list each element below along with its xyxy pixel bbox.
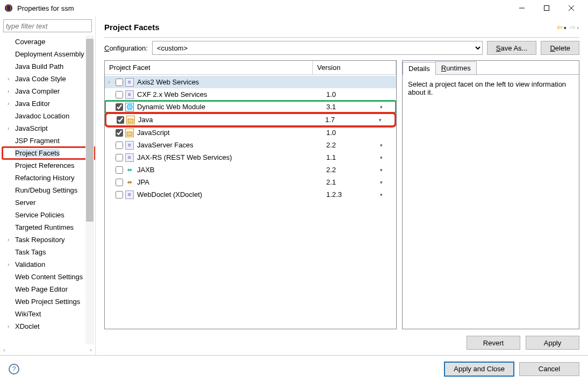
close-button[interactable] <box>559 0 584 16</box>
facet-checkbox[interactable] <box>116 191 123 199</box>
facet-row-jax-rs-rest-web-services-[interactable]: ≡JAX-RS (REST Web Services)1.1▾ <box>105 151 396 164</box>
facet-row-jaxb[interactable]: ⇔JAXB2.2▾ <box>105 164 396 176</box>
delete-button[interactable]: Delete <box>541 41 579 55</box>
doc-icon: ≡ <box>125 78 134 87</box>
sidebar-item-javadoc-location[interactable]: Javadoc Location <box>2 110 95 122</box>
sidebar-item-label: Java Build Path <box>15 62 63 70</box>
facet-version: 1.0 <box>326 129 380 137</box>
save-as-button[interactable]: Save As... <box>487 41 537 55</box>
cancel-button[interactable]: Cancel <box>519 362 579 376</box>
facet-row-javaserver-faces[interactable]: ≡JavaServer Faces2.2▾ <box>105 139 396 151</box>
web-icon: 🌐 <box>125 103 134 111</box>
configuration-select[interactable]: <custom> <box>152 41 483 55</box>
sidebar-item-web-content-settings[interactable]: Web Content Settings <box>2 271 95 283</box>
revert-button[interactable]: Revert <box>467 336 520 350</box>
sidebar-item-label: Service Policies <box>15 211 64 219</box>
sidebar-item-java-compiler[interactable]: ›Java Compiler <box>2 85 95 97</box>
filter-input[interactable] <box>3 19 92 32</box>
version-dropdown-icon[interactable]: ▾ <box>380 192 396 197</box>
sidebar-item-javascript[interactable]: ›JavaScript <box>2 122 95 135</box>
version-dropdown-icon[interactable]: ▾ <box>380 180 396 185</box>
svg-point-0 <box>5 4 12 12</box>
facet-checkbox[interactable] <box>116 103 123 111</box>
tree-horizontal-scroll[interactable]: ‹› <box>0 344 95 355</box>
facet-checkbox[interactable] <box>116 79 123 86</box>
column-header-facet[interactable]: Project Facet <box>105 61 313 74</box>
tab-runtimes[interactable]: Runtimes <box>435 61 477 74</box>
facet-row-java[interactable]: Java1.7▾ <box>106 114 395 126</box>
facet-row-webdoclet-xdoclet-[interactable]: ≡WebDoclet (XDoclet)1.2.3▾ <box>105 188 396 201</box>
sidebar-item-server[interactable]: Server <box>2 196 95 209</box>
facet-checkbox[interactable] <box>116 142 123 149</box>
sidebar-item-project-references[interactable]: Project References <box>2 159 95 172</box>
sidebar-item-label: Run/Debug Settings <box>15 186 77 194</box>
tab-details[interactable]: Details <box>403 62 436 75</box>
tree-scrollbar[interactable] <box>85 36 94 344</box>
facet-checkbox[interactable] <box>116 166 123 174</box>
facet-name: JPA <box>136 178 326 186</box>
sidebar-item-label: Java Editor <box>15 100 50 108</box>
minimize-button[interactable] <box>510 0 534 16</box>
sidebar-item-label: JavaScript <box>15 124 48 132</box>
sidebar-item-label: Web Content Settings <box>15 273 83 281</box>
sidebar-item-label: Targeted Runtimes <box>15 223 74 231</box>
version-dropdown-icon[interactable]: ▾ <box>380 155 396 160</box>
page-title: Project Facets <box>104 23 556 32</box>
version-dropdown-icon[interactable]: ▾ <box>380 167 396 173</box>
sidebar-item-wikitext[interactable]: WikiText <box>2 308 95 320</box>
sidebar-item-service-policies[interactable]: Service Policies <box>2 209 95 221</box>
sidebar: CoverageDeployment AssemblyJava Build Pa… <box>0 16 96 355</box>
facet-row-dynamic-web-module[interactable]: 🌐Dynamic Web Module3.1▾ <box>105 101 396 113</box>
version-dropdown-icon[interactable]: ▾ <box>380 104 396 110</box>
sidebar-item-label: Java Compiler <box>15 87 60 95</box>
facet-name: JAXB <box>136 166 326 174</box>
facet-row-cxf-2-x-web-services[interactable]: ≡CXF 2.x Web Services1.0 <box>105 88 396 101</box>
sidebar-item-web-page-editor[interactable]: Web Page Editor <box>2 283 95 295</box>
sidebar-item-deployment-assembly[interactable]: Deployment Assembly <box>2 48 95 60</box>
sidebar-item-refactoring-history[interactable]: Refactoring History <box>2 172 95 184</box>
facet-row-javascript[interactable]: JavaScript1.0 <box>105 126 396 139</box>
maximize-button[interactable] <box>534 0 559 16</box>
facet-name: Java <box>137 116 325 124</box>
category-tree[interactable]: CoverageDeployment AssemblyJava Build Pa… <box>0 36 95 344</box>
sidebar-item-label: Deployment Assembly <box>15 50 84 58</box>
doc-icon: ≡ <box>125 190 134 199</box>
sidebar-item-java-build-path[interactable]: Java Build Path <box>2 60 95 73</box>
sidebar-item-label: Web Page Editor <box>15 285 68 293</box>
facet-checkbox[interactable] <box>116 154 123 161</box>
facet-checkbox[interactable] <box>116 179 123 186</box>
sidebar-item-jsp-fragment[interactable]: JSP Fragment <box>2 135 95 147</box>
version-dropdown-icon[interactable]: ▾ <box>380 143 396 148</box>
jaxb-icon: ⇔ <box>125 166 134 174</box>
facet-checkbox[interactable] <box>116 129 123 137</box>
facet-version: 1.7 <box>325 116 379 124</box>
titlebar: Properties for ssm <box>0 0 588 16</box>
sidebar-item-validation[interactable]: ›Validation <box>2 258 95 271</box>
sidebar-item-java-editor[interactable]: ›Java Editor <box>2 97 95 110</box>
sidebar-item-task-repository[interactable]: ›Task Repository <box>2 234 95 246</box>
sidebar-item-xdoclet[interactable]: ›XDoclet <box>2 320 95 333</box>
sidebar-item-label: Java Code Style <box>15 75 66 83</box>
apply-and-close-button[interactable]: Apply and Close <box>444 362 514 376</box>
facet-checkbox[interactable] <box>116 91 123 98</box>
sidebar-item-java-code-style[interactable]: ›Java Code Style <box>2 73 95 85</box>
column-header-version[interactable]: Version <box>313 61 396 74</box>
sidebar-item-web-project-settings[interactable]: Web Project Settings <box>2 295 95 308</box>
version-dropdown-icon[interactable]: ▾ <box>379 117 395 123</box>
facet-name: Dynamic Web Module <box>136 103 326 111</box>
nav-history-icons[interactable]: ⇦▾ ⇨▾ <box>556 23 579 31</box>
facet-row-jpa[interactable]: ⇔JPA2.1▾ <box>105 176 396 188</box>
sidebar-item-run-debug-settings[interactable]: Run/Debug Settings <box>2 184 95 196</box>
facet-row-axis2-web-services[interactable]: ›≡Axis2 Web Services <box>105 76 396 88</box>
sidebar-item-targeted-runtimes[interactable]: Targeted Runtimes <box>2 221 95 234</box>
apply-button[interactable]: Apply <box>526 336 579 350</box>
facet-checkbox[interactable] <box>117 116 124 124</box>
sidebar-item-coverage[interactable]: Coverage <box>2 36 95 48</box>
sidebar-item-task-tags[interactable]: Task Tags <box>2 246 95 258</box>
facet-version: 1.1 <box>326 153 380 161</box>
facet-version: 3.1 <box>326 103 380 111</box>
java-icon <box>126 116 135 124</box>
java-icon <box>125 129 134 137</box>
sidebar-item-project-facets[interactable]: Project Facets <box>2 147 95 159</box>
help-icon[interactable]: ? <box>9 364 19 374</box>
